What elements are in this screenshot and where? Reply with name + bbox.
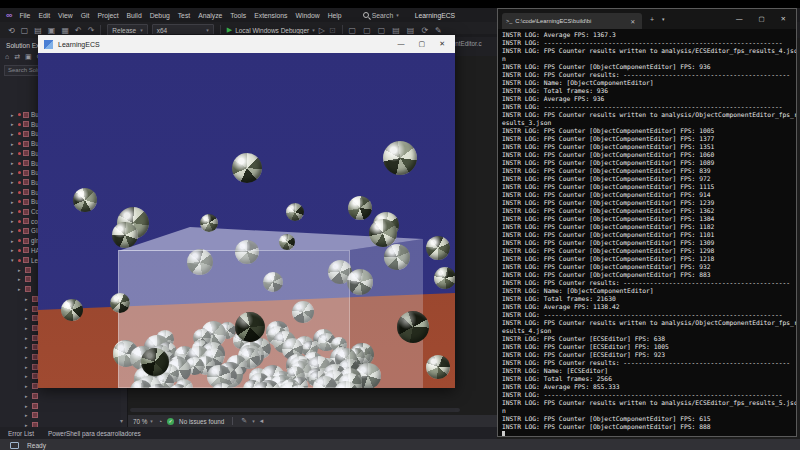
terminal-line: INSTR LOG: FPS Counter [ObjectComponentE…	[502, 239, 796, 247]
menu-item-analyze[interactable]: Analyze	[197, 12, 223, 19]
menu-item-build[interactable]: Build	[126, 12, 143, 19]
minimize-icon[interactable]: —	[736, 15, 743, 23]
menu-item-window[interactable]: Window	[294, 12, 320, 19]
terminal-prompt-icon: >_	[506, 18, 512, 24]
panel-tab-powershell[interactable]: PowerShell para desarrolladores	[48, 430, 141, 437]
menu-item-file[interactable]: File	[18, 12, 31, 19]
chevron-icon: ▸	[25, 412, 30, 418]
git-status-dot	[18, 113, 21, 116]
zoom-selector[interactable]: 70 % ▾	[133, 418, 153, 425]
terminal-line: INSTR LOG: -----------------------------…	[502, 39, 796, 47]
panel-tab-error[interactable]: Error List	[8, 430, 34, 437]
terminal-line: INSTR LOG: FPS Counter [ObjectComponentE…	[502, 423, 796, 431]
chevron-icon: ▸	[11, 218, 16, 224]
menu-item-debug[interactable]: Debug	[149, 12, 171, 19]
maximize-icon[interactable]: ▢	[419, 40, 426, 48]
feedback-icon[interactable]: ◔	[158, 418, 162, 425]
minimize-icon[interactable]: —	[398, 40, 405, 48]
close-tab-icon[interactable]: ✕	[630, 18, 635, 25]
close-icon[interactable]: ✕	[781, 15, 786, 23]
menu-item-test[interactable]: Test	[177, 12, 191, 19]
git-status-dot	[18, 171, 21, 174]
hot-reload-icon[interactable]: ⟲	[8, 26, 15, 35]
save-all-icon[interactable]: ▦	[61, 26, 69, 35]
tree-item[interactable]: ▸	[25, 411, 40, 420]
terminal-line: INSTR LOG: FPS Counter [ObjectComponentE…	[502, 183, 796, 191]
menu-item-edit[interactable]: Edit	[37, 12, 51, 19]
play-icon: ▶	[227, 26, 232, 34]
terminal-tab[interactable]: >_ C:\code\LearningECS\build\bi ✕	[502, 13, 642, 29]
chevron-down-icon: ▾	[140, 27, 143, 33]
issues-label: No issues found	[179, 418, 224, 425]
menu-item-help[interactable]: Help	[327, 12, 343, 19]
marble	[397, 311, 429, 343]
menu-item-project[interactable]: Project	[96, 12, 119, 19]
project-icon	[23, 150, 29, 156]
switch-views-icon[interactable]: ⇄	[14, 53, 20, 61]
terminal-line: INSTR LOG: Name: [ECSEditor]	[502, 367, 796, 375]
marble	[235, 312, 265, 342]
marble	[426, 236, 450, 260]
tree-item[interactable]: ▸	[18, 265, 33, 274]
marble	[200, 214, 218, 232]
project-icon	[23, 179, 29, 185]
git-status-dot	[18, 210, 21, 213]
folder-icon	[25, 267, 31, 273]
project-icon	[23, 238, 29, 244]
project-icon	[23, 228, 29, 234]
scroll-left-icon[interactable]: ◂	[260, 417, 264, 425]
chevron-icon: ▸	[18, 267, 23, 273]
menu-item-tools[interactable]: Tools	[229, 12, 247, 19]
marble	[426, 355, 450, 379]
tree-item[interactable]: ▸	[18, 275, 33, 284]
terminal-line: INSTR LOG: FPS Counter [ObjectComponentE…	[502, 415, 796, 423]
terminal-line: INSTR LOG: FPS Counter [ECSEditor] FPS: …	[502, 335, 796, 343]
terminal-output[interactable]: INSTR LOG: Average FPS: 1367.3INSTR LOG:…	[498, 29, 796, 436]
tree-item-glm[interactable]: ▸glm	[11, 236, 41, 245]
marble	[61, 299, 83, 321]
chevron-icon: ▸	[11, 209, 16, 215]
home-icon[interactable]: ⌂	[5, 53, 9, 61]
vs-search-box[interactable]: Search ▾	[363, 12, 399, 19]
tree-item[interactable]: ▸	[25, 401, 40, 410]
terminal-line: INSTR LOG: FPS Counter [ObjectComponentE…	[502, 207, 796, 215]
chevron-icon: ▸	[11, 150, 16, 156]
terminal-line: INSTR LOG: FPS Counter [ECSEditor] FPS: …	[502, 343, 796, 351]
edit-mode-icon[interactable]: ✎	[241, 417, 247, 425]
terminal-line: INSTR LOG: FPS Counter [ObjectComponentE…	[502, 191, 796, 199]
game-viewport[interactable]	[38, 53, 455, 388]
save-icon[interactable]: ▣	[48, 26, 56, 35]
pending-changes-icon[interactable]: ▣	[25, 53, 32, 61]
folder-icon	[32, 393, 38, 399]
scrollbar-down-arrow[interactable]: ▾	[120, 417, 123, 424]
editor-horizontal-scrollbar[interactable]	[130, 408, 460, 412]
feedback-icon[interactable]	[10, 442, 19, 449]
tree-item[interactable]: ▸	[25, 391, 40, 400]
chevron-down-icon: ▾	[206, 27, 209, 33]
open-folder-icon[interactable]: ▤	[34, 26, 42, 35]
new-tab-button[interactable]: +	[650, 16, 654, 23]
menu-item-extensions[interactable]: Extensions	[253, 12, 288, 19]
redo-icon[interactable]: ↷	[88, 26, 95, 35]
terminal-line: INSTR LOG: -----------------------------…	[502, 103, 796, 111]
git-status-dot	[18, 191, 21, 194]
maximize-icon[interactable]: ▢	[758, 15, 764, 23]
game-window-title: LearningECS	[58, 41, 100, 48]
tab-dropdown-icon[interactable]: ▾	[662, 16, 665, 22]
new-file-icon[interactable]: ▢	[21, 26, 29, 35]
terminal-line: INSTR LOG: Total frames: 2566	[502, 375, 796, 383]
close-icon[interactable]: ✕	[439, 40, 445, 48]
game-titlebar[interactable]: LearningECS — ▢ ✕	[38, 35, 455, 53]
start-debugging-button[interactable]: ▶ Local Windows Debugger ▾	[227, 26, 315, 34]
project-icon	[23, 160, 29, 166]
chevron-icon: ▸	[25, 306, 30, 312]
tree-item[interactable]: ▸	[25, 420, 40, 427]
terminal-line: INSTR LOG: FPS Counter [ObjectComponentE…	[502, 263, 796, 271]
chevron-icon: ▸	[25, 383, 30, 389]
terminal-titlebar[interactable]: >_ C:\code\LearningECS\build\bi ✕ + ▾ — …	[498, 9, 796, 29]
terminal-line: INSTR LOG: Name: [ObjectComponentEditor]	[502, 287, 796, 295]
menu-item-view[interactable]: View	[57, 12, 74, 19]
menu-item-git[interactable]: Git	[80, 12, 91, 19]
tree-item[interactable]: ▸	[18, 285, 33, 294]
undo-icon[interactable]: ↶	[75, 26, 82, 35]
